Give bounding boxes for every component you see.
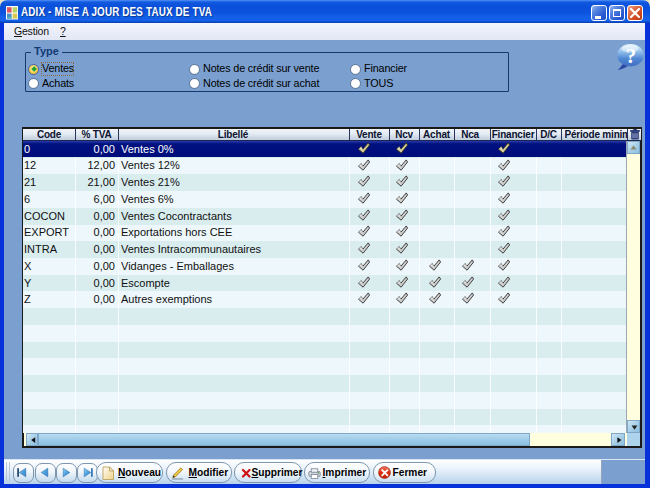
svg-text:?: ? <box>626 44 637 68</box>
